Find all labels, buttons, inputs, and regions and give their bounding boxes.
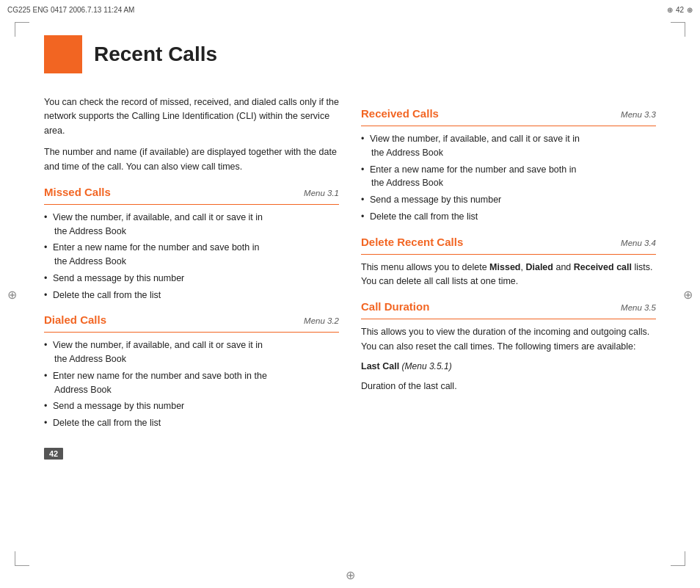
- page-title: Recent Calls: [94, 43, 217, 66]
- title-section: Recent Calls: [44, 35, 656, 73]
- print-header: CG225 ENG 0417 2006.7.13 11:24 AM ⊕ 42 ⊕: [7, 6, 693, 14]
- call-duration-body: This allows you to view the duration of …: [361, 325, 656, 354]
- delete-recent-menu: Menu 3.4: [621, 239, 656, 247]
- corner-mark-bl: [15, 551, 29, 566]
- page-number-container: 42: [44, 440, 339, 460]
- corner-mark-tl: [15, 22, 29, 37]
- reg-mark-right: ⊕: [683, 287, 693, 301]
- list-item: Delete the call from the list: [44, 288, 339, 302]
- print-reg-mark: ⊕ 42 ⊕: [667, 6, 693, 14]
- missed-calls-menu: Menu 3.1: [304, 189, 339, 197]
- title-bar-orange: [44, 35, 82, 73]
- list-item: Enter new name for the number and save b…: [44, 369, 339, 397]
- left-column: You can check the record of missed, rece…: [44, 95, 339, 460]
- call-duration-divider: [361, 319, 656, 319]
- reg-mark-left: ⊕: [7, 287, 17, 301]
- call-duration-title: Call Duration: [361, 300, 429, 313]
- list-item: Send a message by this number: [361, 193, 656, 207]
- list-item: Send a message by this number: [44, 272, 339, 286]
- two-column-layout: You can check the record of missed, rece…: [44, 95, 656, 460]
- print-info: CG225 ENG 0417 2006.7.13 11:24 AM: [7, 6, 134, 14]
- delete-recent-heading: Delete Recent Calls Menu 3.4: [361, 236, 656, 248]
- intro-para2: The number and name (if available) are d…: [44, 145, 339, 174]
- missed-calls-title: Missed Calls: [44, 186, 111, 198]
- received-calls-divider: [361, 126, 656, 126]
- dialed-calls-title: Dialed Calls: [44, 313, 106, 326]
- corner-mark-br: [671, 551, 685, 566]
- received-calls-title: Received Calls: [361, 107, 439, 120]
- main-content: Recent Calls You can check the record of…: [44, 35, 656, 551]
- delete-recent-body: This menu allows you to delete Missed, D…: [361, 261, 656, 289]
- dialed-calls-list: View the number, if available, and call …: [44, 338, 339, 430]
- reg-mark-bottom: ⊕: [346, 568, 355, 582]
- list-item: View the number, if available, and call …: [44, 338, 339, 366]
- dialed-calls-heading: Dialed Calls Menu 3.2: [44, 313, 339, 326]
- list-item: View the number, if available, and call …: [361, 132, 656, 160]
- list-item: Enter a new name for the number and save…: [44, 241, 339, 269]
- missed-calls-list: View the number, if available, and call …: [44, 211, 339, 302]
- dialed-calls-divider: [44, 332, 339, 333]
- dialed-calls-menu: Menu 3.2: [304, 316, 339, 325]
- right-column: Received Calls Menu 3.3 View the number,…: [361, 95, 656, 460]
- page: CG225 ENG 0417 2006.7.13 11:24 AM ⊕ 42 ⊕…: [0, 0, 700, 588]
- missed-calls-divider: [44, 204, 339, 205]
- list-item: Send a message by this number: [44, 399, 339, 413]
- list-item: View the number, if available, and call …: [44, 211, 339, 239]
- received-calls-heading: Received Calls Menu 3.3: [361, 107, 656, 120]
- delete-recent-divider: [361, 254, 656, 255]
- call-duration-menu: Menu 3.5: [621, 303, 656, 312]
- list-item: Enter a new name for the number and save…: [361, 163, 656, 191]
- list-item: Delete the call from the list: [361, 210, 656, 224]
- intro-para1: You can check the record of missed, rece…: [44, 95, 339, 138]
- call-duration-last-call: Last Call (Menu 3.5.1): [361, 360, 656, 374]
- received-calls-list: View the number, if available, and call …: [361, 132, 656, 224]
- missed-calls-heading: Missed Calls Menu 3.1: [44, 186, 339, 198]
- list-item: Delete the call from the list: [44, 416, 339, 430]
- received-calls-menu: Menu 3.3: [621, 110, 656, 119]
- corner-mark-tr: [671, 22, 685, 37]
- call-duration-heading: Call Duration Menu 3.5: [361, 300, 656, 313]
- page-number-badge: 42: [44, 448, 63, 460]
- call-duration-last-call-desc: Duration of the last call.: [361, 380, 656, 393]
- delete-recent-title: Delete Recent Calls: [361, 236, 463, 248]
